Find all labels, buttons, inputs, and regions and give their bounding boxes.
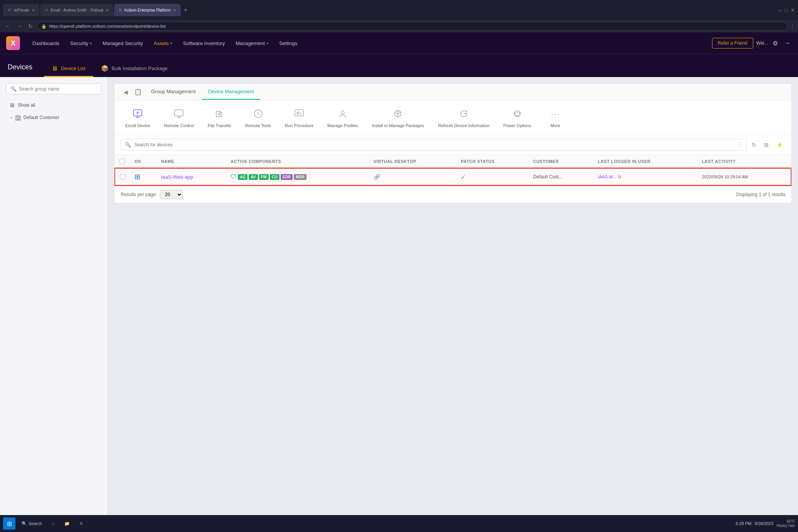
manage-profiles-btn[interactable]: Manage Profiles [324,105,361,130]
tab-outlook[interactable]: ✉ Email - Andrea Smith - Outlook ✕ [40,4,113,16]
th-os: OS [130,155,157,168]
th-customer: CUSTOMER [529,155,593,168]
refresh-device-btn[interactable]: Refresh Device Information [435,105,492,130]
tab-bulk-package[interactable]: 📦 Bulk Installation Package [93,61,175,77]
enroll-device-btn[interactable]: Enroll Device [122,105,153,130]
taskbar-time: 5:29 PM [736,521,751,526]
per-page-select[interactable]: 10 20 50 100 [160,190,183,199]
row-active-components: 🛡 AG AV FW CO EDR MDR [226,168,369,185]
group-search-input[interactable] [19,86,97,92]
more-label: More [551,123,560,128]
row-customer: Default Cust... [529,168,593,185]
tab-close-xcitium[interactable]: ✕ [173,8,176,12]
row-virtual-desktop: 🔗 [369,168,456,185]
refer-friend-btn[interactable]: Refer a Friend [712,38,753,49]
nav-settings[interactable]: Settings [274,38,302,49]
badge-fw: FW [259,174,269,180]
manage-profiles-label: Manage Profiles [327,123,358,128]
device-search-input[interactable] [134,142,734,148]
nav-management[interactable]: Management ▾ [231,38,273,49]
taskbar-xcitium[interactable]: X [76,520,86,527]
file-transfer-btn[interactable]: File Transfer [205,105,234,130]
remote-control-btn[interactable]: Remote Control [161,105,197,130]
tab-device-list[interactable]: 🖥 Device List [44,61,93,77]
sub-nav-tabs: 🖥 Device List 📦 Bulk Installation Packag… [44,61,175,77]
power-options-btn[interactable]: Power Options [500,105,534,130]
taskbar-folder[interactable]: 📁 [61,520,74,528]
browser-maximize[interactable]: □ [785,7,788,13]
row-name[interactable]: IaaS-Web-app [157,168,226,185]
device-search-input-wrapper[interactable]: 🔍 ⓘ [121,139,746,151]
new-tab-btn[interactable]: + [182,7,190,13]
assets-chevron: ▾ [170,41,172,45]
tab-xcitium[interactable]: X Xcitium Enterprise Platform ✕ [114,4,181,16]
install-packages-btn[interactable]: Install or Manage Packages [369,105,428,130]
action-toolbar: Enroll Device Remote Control [114,101,791,135]
taskbar-search[interactable]: 🔍 Search [18,520,46,528]
install-packages-icon [391,107,405,121]
address-bar[interactable]: 🔒 https://opendr.platform.xcitium.com/as… [37,22,788,31]
nav-managed-security[interactable]: Managed Security [98,38,148,49]
tree-item-default-customer[interactable]: + 🏢 Default Customer [6,111,101,124]
refresh-table-btn[interactable]: ↻ [749,140,759,149]
remote-control-label: Remote Control [164,123,194,128]
run-procedure-btn[interactable]: Run Procedure [282,105,317,130]
tab-inprivate[interactable]: IP InPrivate ✕ [3,4,39,16]
extensions-btn[interactable]: ⋮ [790,23,795,29]
browser-minimize[interactable]: ─ [778,7,781,13]
top-nav: X Dashboards Security ▾ Managed Security… [0,32,798,54]
tab-device-management[interactable]: Device Management [202,84,260,100]
mgmt-tab-icon: 📋 [131,84,145,100]
remote-tools-btn[interactable]: Remote Tools [242,105,274,130]
windows-icon: ⊞ [135,173,140,181]
search-info-icon: ⓘ [737,141,742,148]
per-page-container: Results per page: 10 20 50 100 [121,190,183,199]
back-btn[interactable]: ← [3,22,12,30]
badge-ag: AG [238,174,247,180]
user-link-icon[interactable]: ⧉ [618,174,621,180]
table-row: ⊞ IaaS-Web-app 🛡 AG AV FW CO [115,168,791,185]
taskbar-edge[interactable]: e [48,520,58,527]
browser-close[interactable]: ✕ [791,7,795,13]
device-search-icon: 🔍 [125,142,131,148]
folder-icon: 📁 [64,521,70,526]
tab-group-management[interactable]: Group Management [145,84,202,100]
nav-software-inventory[interactable]: Software Inventory [178,38,229,49]
taskbar-right: 5:29 PM 9/28/2023 60°F Heavy rain [736,519,795,528]
security-chevron: ▾ [90,41,92,45]
row-checkbox-cell[interactable] [115,168,130,185]
welcome-text: Wel... [756,40,768,46]
device-name-link[interactable]: IaaS-Web-app [161,174,194,180]
main-content: ◀ 📋 Group Management Device Management E… [108,77,798,532]
show-all-btn[interactable]: ⊞ Show all [6,99,101,111]
logout-icon[interactable]: → [783,38,792,48]
device-table: OS NAME ACTIVE COMPONENTS VIRTUAL DESKTO… [114,155,791,186]
tab-close-outlook[interactable]: ✕ [106,8,109,12]
nav-dashboards[interactable]: Dashboards [28,38,64,49]
page-title: Devices [8,63,32,77]
remote-tools-icon [251,107,265,121]
collapse-sidebar-btn[interactable]: ◀ [121,84,131,100]
nav-assets[interactable]: Assets ▾ [149,38,177,49]
weather-info: 60°F Heavy rain [776,519,795,528]
refresh-btn[interactable]: ↻ [26,22,35,30]
start-button[interactable]: ⊞ [3,517,15,530]
xcitium-taskbar-icon: X [80,521,82,526]
row-last-activity: 2023/09/28 10:29:04 AM [697,168,791,185]
forward-btn[interactable]: → [15,22,24,30]
group-search-box[interactable]: 🔍 [6,83,101,94]
select-all-checkbox[interactable] [120,159,125,164]
more-btn[interactable]: ··· More [542,105,569,130]
tab-close-inprivate[interactable]: ✕ [32,8,35,12]
power-options-label: Power Options [503,123,531,128]
customer-icon: 🏢 [15,114,21,121]
row-checkbox[interactable] [120,174,125,180]
device-search-bar: 🔍 ⓘ ↻ ⊞ ⚡ [114,135,791,155]
columns-btn[interactable]: ⊞ [762,140,771,149]
nav-security[interactable]: Security ▾ [66,38,96,49]
filter-btn[interactable]: ⚡ [774,140,785,149]
refresh-device-icon [457,107,471,121]
per-page-label: Results per page: [121,192,157,197]
settings-icon[interactable]: ⚙ [771,38,779,49]
refresh-device-label: Refresh Device Information [438,123,489,128]
